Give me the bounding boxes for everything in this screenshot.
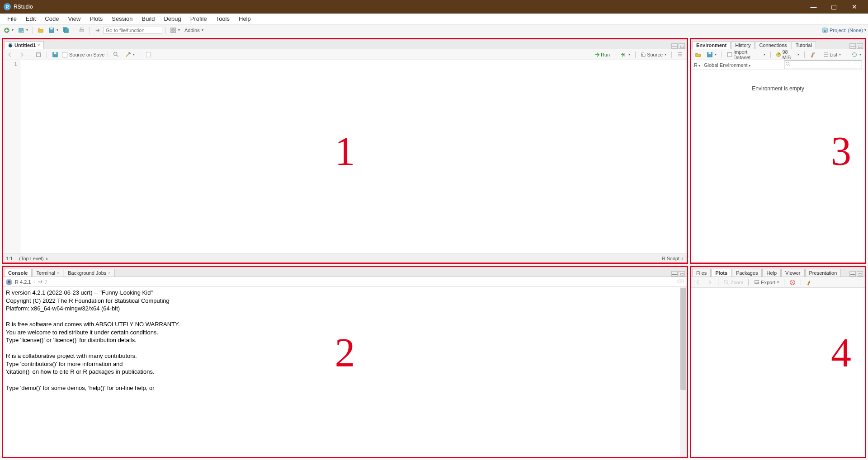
window-close-button[interactable]: ✕ [844, 0, 864, 14]
app-title: RStudio [14, 4, 33, 10]
app-icon: R [4, 3, 11, 10]
window-minimize-button[interactable]: — [803, 0, 824, 14]
window-maximize-button[interactable]: ▢ [824, 0, 844, 14]
window-titlebar: R RStudio — ▢ ✕ [0, 0, 868, 14]
